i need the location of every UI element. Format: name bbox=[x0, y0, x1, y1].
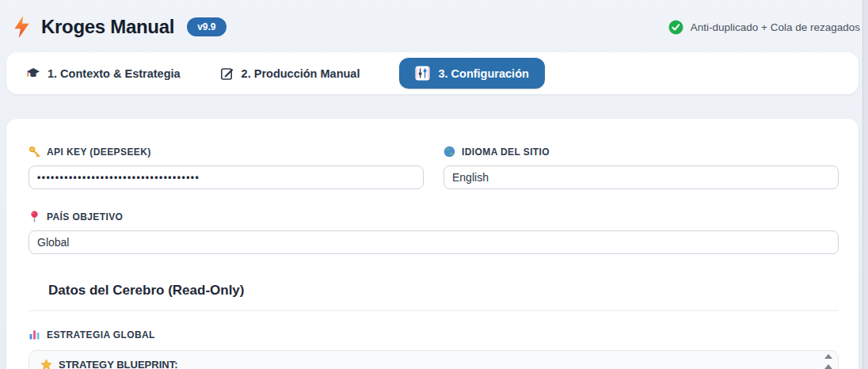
page-title: Kroges Manual bbox=[41, 16, 174, 38]
bar-chart-icon bbox=[29, 329, 40, 340]
strategy-blueprint-title: STRATEGY BLUEPRINT: bbox=[40, 359, 814, 369]
api-key-input[interactable] bbox=[29, 165, 424, 189]
tab-contexto-estrategia[interactable]: 1. Contexto & Estrategia bbox=[26, 67, 181, 81]
scrollbar-up-arrow[interactable] bbox=[824, 354, 832, 359]
tab-configuracion[interactable]: 3. Configuración bbox=[399, 58, 544, 89]
memo-pencil-icon bbox=[220, 67, 234, 81]
strategy-blueprint-title-text: STRATEGY BLUEPRINT: bbox=[59, 359, 177, 369]
strategy-blueprint-textarea[interactable]: STRATEGY BLUEPRINT: bbox=[29, 350, 839, 369]
textarea-scrollbar[interactable] bbox=[824, 354, 833, 369]
country-field-group: PAÍS OBJETIVO bbox=[29, 211, 839, 254]
status-text: Anti-duplicado + Cola de rezagados bbox=[691, 21, 860, 33]
global-strategy-label-text: ESTRATEGIA GLOBAL bbox=[47, 329, 155, 340]
country-label: PAÍS OBJETIVO bbox=[29, 211, 839, 223]
pin-icon bbox=[29, 211, 40, 223]
api-key-label: API KEY (DEEPSEEK) bbox=[29, 146, 424, 158]
language-label: IDIOMA DEL SITIO bbox=[444, 146, 839, 158]
tab-label: 1. Contexto & Estrategia bbox=[48, 67, 181, 80]
check-circle-icon bbox=[668, 20, 683, 35]
tab-label: 2. Producción Manual bbox=[242, 67, 360, 80]
globe-icon bbox=[444, 146, 455, 158]
section-divider bbox=[29, 310, 839, 311]
header-status: Anti-duplicado + Cola de rezagados bbox=[668, 20, 860, 35]
key-icon bbox=[29, 146, 40, 158]
app-header: Kroges Manual v9.9 Anti-duplicado + Cola… bbox=[0, 0, 868, 51]
tab-produccion-manual[interactable]: 2. Producción Manual bbox=[220, 67, 360, 81]
language-field-group: IDIOMA DEL SITIO bbox=[444, 146, 839, 189]
site-language-input[interactable] bbox=[444, 165, 839, 189]
settings-panel: API KEY (DEEPSEEK) IDIOMA DEL SITIO bbox=[6, 119, 858, 369]
bolt-icon bbox=[11, 15, 32, 39]
sliders-icon bbox=[415, 66, 430, 81]
version-badge: v9.9 bbox=[187, 17, 226, 36]
country-label-text: PAÍS OBJETIVO bbox=[47, 211, 123, 223]
language-label-text: IDIOMA DEL SITIO bbox=[462, 146, 550, 158]
page-scrollbar-track[interactable] bbox=[862, 0, 868, 369]
scrollbar-thumb-arrow[interactable] bbox=[824, 364, 832, 369]
global-strategy-label: ESTRATEGIA GLOBAL bbox=[29, 329, 839, 340]
api-key-label-text: API KEY (DEEPSEEK) bbox=[47, 146, 151, 158]
graduation-cap-icon bbox=[26, 67, 40, 81]
brain-section-heading: Datos del Cerebro (Read-Only) bbox=[48, 283, 839, 299]
tab-label: 3. Configuración bbox=[438, 67, 528, 80]
target-country-input[interactable] bbox=[29, 230, 839, 254]
api-key-field-group: API KEY (DEEPSEEK) bbox=[29, 146, 424, 189]
tab-bar: 1. Contexto & Estrategia 2. Producción M… bbox=[6, 52, 858, 94]
star-icon bbox=[40, 359, 52, 369]
